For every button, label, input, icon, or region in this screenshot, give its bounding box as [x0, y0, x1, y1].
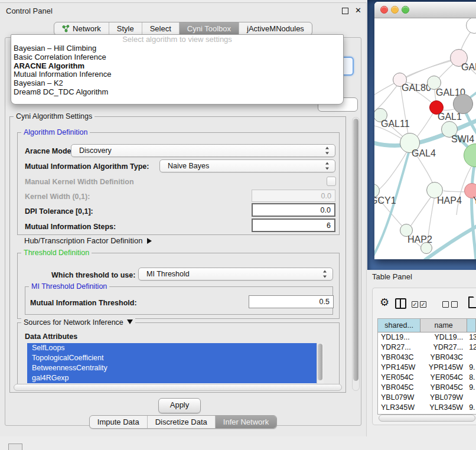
attribute-list-item[interactable]: TopologicalCoefficient [27, 353, 322, 363]
table-row[interactable]: YDR27...YDR27...12 [378, 343, 476, 353]
tab-style[interactable]: Style [109, 22, 142, 35]
chevron-down-icon [127, 319, 133, 324]
threshold-definition-title: Threshold Definition [21, 249, 92, 257]
column-header[interactable]: shared... [378, 319, 420, 332]
dpi-tolerance-label: DPI Tolerance [0,1]: [25, 207, 93, 216]
table-row[interactable]: YER054CYER054C8. [378, 373, 476, 383]
attributes-scrollbar-thumb[interactable] [318, 344, 322, 380]
table-panel-toolbar: ⚙ ✓ ✓ [373, 288, 476, 317]
column-selector-icon[interactable] [395, 298, 406, 309]
tab-cyni-toolbox[interactable]: Cyni Toolbox [179, 22, 239, 35]
sources-title-text: Sources for Network Inference [24, 318, 123, 327]
table-cell: YBR045C [420, 383, 467, 393]
network-node-gray-node[interactable] [453, 94, 473, 114]
network-node-label-gal4: GAL4 [412, 148, 436, 159]
table-cell: YDR27... [420, 343, 467, 353]
attribute-list-item[interactable]: SelfLoops [27, 343, 322, 353]
float-window-icon[interactable] [342, 8, 348, 14]
control-panel-titlebar: Control Panel ✕ [0, 3, 366, 18]
algorithm-option[interactable]: Dream8 DC_TDC Algorithm [11, 88, 343, 97]
mi-threshold-group-title: MI Threshold Definition [29, 282, 109, 291]
table-header-row: shared...name [378, 319, 476, 332]
attributes-scrollbar[interactable] [317, 343, 324, 386]
sources-group: Sources for Network Inference Data Attri… [17, 322, 340, 389]
network-node-node-bottom[interactable] [420, 242, 432, 254]
network-node-label-gal11: GAL11 [381, 119, 410, 129]
export-table-icon[interactable] [468, 296, 476, 308]
zoom-traffic-light-icon[interactable] [402, 6, 409, 14]
network-node-label-gcy1: GCY1 [374, 195, 396, 206]
tab-network[interactable]: Network [54, 22, 109, 35]
manual-kernel-checkbox[interactable] [327, 177, 336, 186]
algorithm-option[interactable]: ARACNE Algorithm [11, 62, 343, 71]
tab-label: Cyni Toolbox [187, 24, 231, 33]
table-cell: YBR045C [378, 383, 420, 393]
attribute-list-item[interactable]: gal4RGexp [27, 373, 322, 383]
table-row[interactable]: YBR045CYBR045C9. [378, 383, 476, 393]
mi-steps-field[interactable]: 6 [252, 219, 335, 232]
table-row[interactable]: YDL19...YDL19...13 [378, 332, 476, 343]
apply-button[interactable]: Apply [158, 398, 201, 413]
mi-algorithm-type-label: Mutual Information Algorithm Type: [25, 162, 149, 171]
table-row[interactable]: YBL079WYBL079W [378, 393, 476, 403]
deselect-all-checkbox-icon[interactable] [442, 301, 449, 308]
mi-threshold-group: MI Threshold Definition Mutual Informati… [25, 286, 333, 315]
data-attributes-list[interactable]: SelfLoopsTopologicalCoefficientBetweenne… [27, 343, 324, 386]
aracne-mode-combo[interactable]: Discovery [71, 144, 335, 157]
algorithm-option[interactable]: Bayesian – Hill Climbing [11, 44, 343, 53]
combo-spinner-icon [325, 147, 330, 155]
which-threshold-combo[interactable]: MI Threshold [138, 268, 333, 281]
sources-group-title[interactable]: Sources for Network Inference [21, 318, 135, 327]
algorithm-option[interactable]: Basic Correlation Inference [11, 53, 343, 62]
column-header[interactable] [467, 319, 476, 332]
table-cell: YER054C [378, 373, 420, 383]
network-canvas[interactable]: GALGAL80GAL10GAL1GAL11SWI4GAL4GCY1HAP4YH… [374, 18, 476, 259]
mi-algorithm-type-combo[interactable]: Naive Bayes [159, 159, 335, 172]
algorithm-option[interactable]: Mutual Information Inference [11, 70, 343, 79]
algorithm-dropdown-popup: Select algorithm to view settings Bayesi… [11, 34, 344, 105]
table-cell: 9. [467, 383, 476, 393]
table-cell: YLR345W [378, 403, 420, 413]
network-view-window: GALGAL80GAL10GAL1GAL11SWI4GAL4GCY1HAP4YH… [374, 2, 476, 259]
table-cell: YPR145W [420, 363, 467, 373]
network-node-label-hap4: HAP4 [437, 195, 462, 206]
tab-select[interactable]: Select [142, 22, 179, 35]
control-panel-tabbar: NetworkStyleSelectCyni ToolboxjActiveMNo… [0, 22, 366, 35]
table-cell: 8. [467, 373, 476, 383]
table-cell [467, 393, 476, 403]
tab-discretize-data[interactable]: Discretize Data [147, 416, 215, 428]
aracne-mode-value: Discovery [79, 146, 112, 155]
close-icon[interactable]: ✕ [355, 6, 361, 15]
settings-scrollbar-thumb[interactable] [353, 119, 358, 381]
tab-infer-network[interactable]: Infer Network [215, 416, 276, 428]
table-cell: YBR043C [420, 353, 467, 363]
minimize-traffic-light-icon[interactable] [391, 6, 399, 14]
control-panel-window: Control Panel ✕ NetworkStyleSelectCyni T… [0, 2, 367, 436]
network-tab-icon [62, 25, 70, 32]
table-row[interactable]: YPR145WYPR145W9. [378, 363, 476, 373]
minimized-panel-icon[interactable] [8, 444, 22, 450]
select-all-checkbox-icon[interactable]: ✓ [412, 301, 418, 308]
settings-horizontal-scrollbar[interactable] [14, 384, 342, 391]
attribute-list-item[interactable]: BetweennessCentrality [27, 363, 322, 373]
column-header[interactable]: name [420, 319, 467, 332]
deselect-all-checkbox-icon[interactable] [451, 301, 458, 308]
tab-label: Network [73, 24, 101, 33]
hub-tf-section-toggle[interactable]: Hub/Transcription Factor Definition [24, 236, 152, 245]
tab-jactivemnodules[interactable]: jActiveMNodules [239, 22, 312, 35]
tab-impute-data[interactable]: Impute Data [90, 416, 147, 428]
table-row[interactable]: YLR345WYLR345W9. [378, 403, 476, 413]
settings-gear-icon[interactable]: ⚙ [380, 296, 389, 309]
settings-vertical-scrollbar[interactable] [352, 117, 360, 391]
kernel-width-field[interactable]: 0.0 [252, 190, 335, 202]
dpi-tolerance-field[interactable]: 0.0 [252, 203, 335, 217]
tab-label: Select [150, 24, 171, 33]
algorithm-option[interactable]: Bayesian – K2 [11, 79, 343, 88]
table-cell: YDL19... [378, 332, 420, 343]
close-traffic-light-icon[interactable] [380, 6, 388, 14]
mi-threshold-field[interactable]: 0.5 [249, 295, 334, 308]
select-all-checkbox-icon[interactable]: ✓ [420, 301, 426, 308]
table-horizontal-scrollbar[interactable] [379, 415, 475, 422]
table-cell: YBL079W [378, 393, 420, 403]
table-row[interactable]: YBR043CYBR043C [378, 353, 476, 363]
